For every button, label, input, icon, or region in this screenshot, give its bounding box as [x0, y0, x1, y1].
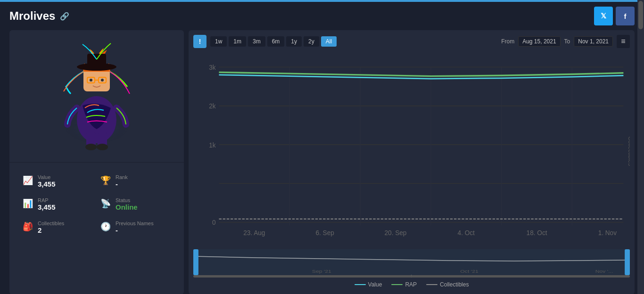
svg-text:6. Sep: 6. Sep [315, 229, 334, 237]
stat-rap: 📊 RAP 3,455 [19, 193, 97, 216]
stat-collectibles-content: Collectibles 2 [38, 220, 64, 234]
chart-menu-button[interactable]: ≡ [617, 35, 630, 48]
svg-rect-9 [87, 54, 106, 68]
svg-text:Oct '21: Oct '21 [460, 269, 478, 273]
scrollbar[interactable] [637, 0, 644, 294]
alert-icon: ! [193, 35, 206, 48]
header-left: Mrolives 🔗 [9, 9, 69, 23]
previous-names-label: Previous Names [116, 220, 154, 226]
stat-rap-content: RAP 3,455 [38, 197, 56, 211]
svg-text:23. Aug: 23. Aug [243, 229, 265, 237]
chart-panel: ! 1w 1m 3m 6m 1y 2y All From Aug 15, 202… [189, 30, 635, 294]
status-label: Status [116, 197, 138, 203]
chart-svg: 3k 2k 1k 0 23. Aug 6. Sep 20. Sep 4. Oct… [193, 54, 630, 248]
time-btn-all[interactable]: All [321, 36, 337, 47]
svg-text:Nov '...: Nov '... [595, 269, 613, 273]
stats-grid: 📈 Value 3,455 🏆 Rank - 📊 RAP 3,4 [9, 162, 184, 246]
time-btn-1w[interactable]: 1w [210, 36, 227, 47]
link-icon[interactable]: 🔗 [60, 12, 69, 21]
stat-rank-content: Rank - [116, 174, 128, 188]
from-date[interactable]: Aug 15, 2021 [518, 36, 560, 47]
previous-names-icon: 🕐 [100, 221, 111, 232]
status-value: Online [116, 203, 138, 211]
stat-status: 📡 Status Online [97, 193, 174, 216]
time-btn-3m[interactable]: 3m [248, 36, 265, 47]
svg-text:⋮: ⋮ [409, 273, 414, 278]
svg-point-18 [101, 79, 104, 82]
legend-rap-line [391, 284, 403, 285]
svg-text:3k: 3k [209, 64, 216, 71]
legend-value: Value [355, 281, 382, 288]
legend-collectibles: Collectibles [426, 281, 469, 288]
time-btn-1m[interactable]: 1m [229, 36, 246, 47]
previous-names-value: - [116, 226, 154, 234]
date-range: From Aug 15, 2021 To Nov 1, 2021 ≡ [501, 35, 630, 48]
value-label: Value [38, 174, 56, 180]
main-chart: 3k 2k 1k 0 23. Aug 6. Sep 20. Sep 4. Oct… [193, 54, 630, 248]
time-btn-2y[interactable]: 2y [304, 36, 319, 47]
svg-rect-43 [625, 249, 630, 275]
rank-icon: 🏆 [100, 175, 111, 186]
svg-rect-41 [193, 249, 630, 275]
svg-text:1. Nov: 1. Nov [598, 229, 617, 237]
page-title: Mrolives [9, 9, 55, 23]
rap-number: 3,455 [38, 203, 56, 211]
time-btn-1y[interactable]: 1y [286, 36, 302, 47]
to-date[interactable]: Nov 1, 2021 [574, 36, 613, 47]
svg-rect-42 [193, 249, 198, 275]
avatar-area [9, 30, 184, 162]
mini-chart-svg: ⋮ Sep '21 Oct '21 Nov '... [193, 249, 630, 278]
collectibles-icon: 🎒 [23, 221, 33, 232]
facebook-button[interactable]: f [616, 7, 635, 25]
rank-number: - [116, 180, 128, 188]
chart-legend: Value RAP Collectibles [193, 278, 630, 290]
time-btn-6m[interactable]: 6m [267, 36, 285, 47]
legend-rap-label: RAP [405, 281, 417, 288]
svg-text:2k: 2k [209, 103, 216, 110]
facebook-icon: f [624, 12, 627, 20]
svg-text:4. Oct: 4. Oct [458, 229, 475, 237]
to-label: To [564, 38, 570, 45]
stat-rank: 🏆 Rank - [97, 170, 174, 193]
legend-rap: RAP [391, 281, 417, 288]
scroll-thumb[interactable] [638, 1, 643, 29]
left-panel: 📈 Value 3,455 🏆 Rank - 📊 RAP 3,4 [9, 30, 184, 294]
svg-text:18. Oct: 18. Oct [527, 229, 547, 237]
stat-value-content: Value 3,455 [38, 174, 56, 188]
rap-icon: 📊 [23, 198, 33, 209]
svg-text:Sep '21: Sep '21 [312, 269, 331, 273]
legend-collectibles-label: Collectibles [440, 281, 469, 288]
svg-point-17 [90, 79, 92, 82]
stat-collectibles: 🎒 Collectibles 2 [19, 216, 97, 239]
svg-point-4 [85, 144, 97, 150]
social-buttons: 𝕏 f [594, 7, 635, 25]
svg-text:Collectibles: Collectibles [627, 136, 630, 166]
rank-label: Rank [116, 174, 128, 180]
twitter-icon: 𝕏 [601, 12, 606, 20]
stat-previous-names-content: Previous Names - [116, 220, 154, 234]
time-buttons: 1w 1m 3m 6m 1y 2y All [210, 36, 337, 47]
status-icon: 📡 [100, 198, 111, 209]
svg-point-5 [97, 144, 108, 150]
legend-value-label: Value [368, 281, 382, 288]
avatar [54, 40, 139, 153]
stat-previous-names: 🕐 Previous Names - [97, 216, 174, 239]
mini-chart[interactable]: ⋮ Sep '21 Oct '21 Nov '... [193, 249, 630, 278]
twitter-button[interactable]: 𝕏 [594, 7, 613, 25]
legend-collectibles-line [426, 284, 438, 285]
stat-value: 📈 Value 3,455 [19, 170, 97, 193]
svg-text:0: 0 [212, 219, 216, 226]
collectibles-number: 2 [38, 226, 64, 234]
value-icon: 📈 [23, 175, 33, 186]
collectibles-label: Collectibles [38, 220, 64, 226]
header: Mrolives 🔗 𝕏 f [0, 2, 644, 30]
rap-label: RAP [38, 197, 56, 203]
legend-value-line [355, 284, 366, 285]
chart-header: ! 1w 1m 3m 6m 1y 2y All From Aug 15, 202… [193, 35, 630, 48]
value-number: 3,455 [38, 180, 56, 188]
svg-text:1k: 1k [209, 141, 216, 148]
main-content: 📈 Value 3,455 🏆 Rank - 📊 RAP 3,4 [0, 30, 644, 294]
svg-text:20. Sep: 20. Sep [385, 229, 407, 237]
stat-status-content: Status Online [116, 197, 138, 211]
from-label: From [501, 38, 514, 45]
